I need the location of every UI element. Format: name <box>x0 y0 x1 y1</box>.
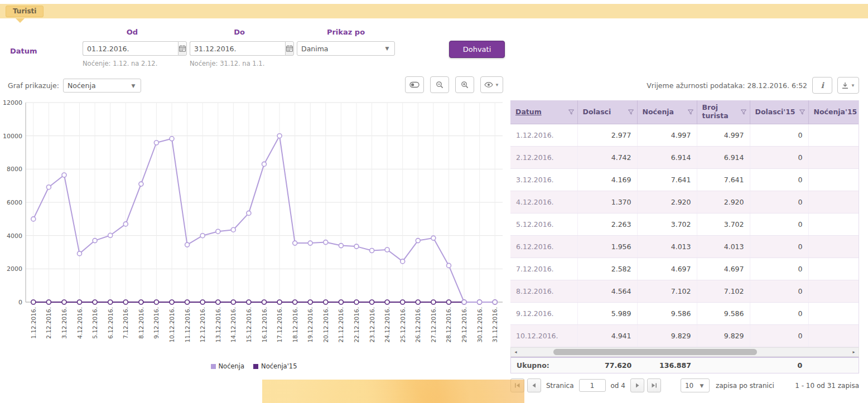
scroll-right-arrow-icon[interactable]: ▸ <box>849 348 859 356</box>
svg-text:22.12.2016.: 22.12.2016. <box>353 307 360 342</box>
table-row[interactable]: 3.12.2016.4.1697.6417.6410 <box>510 168 859 191</box>
info-button[interactable]: i <box>812 77 832 94</box>
table-row[interactable]: 6.12.2016.1.9564.0134.0130 <box>510 235 859 258</box>
svg-text:14.12.2016.: 14.12.2016. <box>230 307 237 342</box>
svg-text:12000: 12000 <box>3 99 22 106</box>
value-cell: 1.370 <box>577 191 637 213</box>
page-number-input[interactable] <box>579 379 606 392</box>
filter-icon[interactable] <box>740 109 747 115</box>
date-from-block: Od Noćenje: 1.12. na 2.12. <box>83 28 182 67</box>
display-by-select[interactable]: Danima ▼ <box>297 41 395 56</box>
records-range-label: 1 - 10 od 31 zapisa <box>795 382 859 390</box>
svg-text:13.12.2016.: 13.12.2016. <box>215 307 221 342</box>
chart-toggle-button[interactable] <box>405 76 424 93</box>
value-cell: 0 <box>750 124 808 146</box>
export-button[interactable]: ▼ <box>837 77 859 94</box>
value-cell <box>808 124 859 146</box>
horizontal-scrollbar[interactable]: ◂ ▸ <box>510 347 859 357</box>
zoom-out-icon <box>436 81 443 89</box>
svg-text:23.12.2016.: 23.12.2016. <box>369 307 375 342</box>
column-header-broj-turista[interactable]: Broj turista <box>697 100 750 124</box>
data-freshness-row: Vrijeme ažurnosti podataka: 28.12.2016. … <box>580 77 859 94</box>
legend-label: Noćenja'15 <box>261 362 297 370</box>
calendar-icon <box>286 45 293 52</box>
value-cell: 9.586 <box>697 302 750 324</box>
dohvati-button[interactable]: Dohvati <box>449 41 505 58</box>
toggle-icon <box>409 81 419 88</box>
svg-text:3.12.2016.: 3.12.2016. <box>61 307 67 339</box>
column-header-dolasci-15[interactable]: Dolasci'15 <box>750 100 808 124</box>
date-from-calendar-button[interactable] <box>178 41 187 56</box>
value-cell: 9.829 <box>637 324 697 347</box>
per-page-label: zapisa po stranici <box>716 382 774 390</box>
column-header-no-enja[interactable]: Noćenja <box>637 100 697 124</box>
table-row[interactable]: 1.12.2016.2.9774.9974.9970 <box>510 124 859 146</box>
totals-row: Ukupno:77.620136.8870 <box>510 357 859 373</box>
tourism-dashboard: Turisti Datum Od Noćenje: 1.12. na 2.12.… <box>0 0 868 403</box>
svg-text:25.12.2016.: 25.12.2016. <box>399 307 406 342</box>
svg-text:11.12.2016.: 11.12.2016. <box>184 307 191 342</box>
chart-visibility-button[interactable]: ▼ <box>480 76 503 93</box>
zoom-out-button[interactable] <box>430 76 449 93</box>
page-count-label: od 4 <box>611 382 625 390</box>
next-page-button[interactable] <box>630 378 644 392</box>
table-row[interactable]: 10.12.2016.4.9419.8299.8290 <box>510 324 859 347</box>
value-cell: 4.564 <box>577 280 637 302</box>
svg-text:1.12.2016.: 1.12.2016. <box>30 307 37 339</box>
scrollbar-track[interactable] <box>520 348 849 356</box>
svg-text:31.12.2016.: 31.12.2016. <box>491 307 498 342</box>
zoom-in-button[interactable] <box>455 76 474 93</box>
chart-legend: NoćenjaNoćenja'15 <box>0 362 508 370</box>
first-page-button[interactable] <box>510 378 524 392</box>
svg-text:5.12.2016.: 5.12.2016. <box>91 307 98 339</box>
download-icon <box>841 82 849 89</box>
filter-icon[interactable] <box>799 109 806 115</box>
page-size-select[interactable]: 10 ▼ <box>681 378 710 392</box>
chevron-down-icon: ▼ <box>495 82 499 88</box>
date-from-header: Od <box>83 28 182 36</box>
last-page-button[interactable] <box>647 378 661 392</box>
date-cell: 10.12.2016. <box>510 324 577 347</box>
table-row[interactable]: 4.12.2016.1.3702.9202.9200 <box>510 191 859 213</box>
table-row[interactable]: 2.12.2016.4.7426.9146.9140 <box>510 146 859 168</box>
table-row[interactable]: 9.12.2016.5.9899.5869.5860 <box>510 302 859 324</box>
date-cell: 1.12.2016. <box>510 124 577 146</box>
value-cell: 7.641 <box>637 168 697 191</box>
chevron-down-icon: ▼ <box>851 83 855 88</box>
filter-icon[interactable] <box>568 109 575 115</box>
prev-page-button[interactable] <box>527 378 541 392</box>
value-cell: 0 <box>750 168 808 191</box>
graph-metric-select[interactable]: Noćenja ▼ <box>63 79 141 93</box>
table-row[interactable]: 7.12.2016.2.5824.6974.6970 <box>510 258 859 280</box>
zoom-in-icon <box>461 81 469 89</box>
value-cell: 2.920 <box>637 191 697 213</box>
date-from-input[interactable] <box>83 41 178 56</box>
scroll-left-arrow-icon[interactable]: ◂ <box>511 348 520 356</box>
svg-text:28.12.2016.: 28.12.2016. <box>445 307 452 342</box>
legend-item[interactable]: Noćenja <box>211 362 245 370</box>
date-cell: 9.12.2016. <box>510 302 577 324</box>
grid-scroll-container[interactable]: DatumDolasciNoćenjaBroj turistaDolasci'1… <box>510 100 859 347</box>
date-to-input[interactable] <box>190 41 285 56</box>
legend-item[interactable]: Noćenja'15 <box>253 362 297 370</box>
date-cell: 6.12.2016. <box>510 235 577 258</box>
table-row[interactable]: 5.12.2016.2.2633.7023.7020 <box>510 213 859 235</box>
column-header-dolasci[interactable]: Dolasci <box>577 100 637 124</box>
totals-value: 136.887 <box>637 361 697 370</box>
date-to-calendar-button[interactable] <box>285 41 294 56</box>
value-cell: 4.997 <box>697 124 750 146</box>
value-cell <box>808 235 859 258</box>
value-cell: 9.586 <box>637 302 697 324</box>
datum-label: Datum <box>10 47 37 55</box>
line-chart[interactable]: 0200040006000800010000120001.12.2016.2.1… <box>2 96 507 361</box>
value-cell: 2.920 <box>697 191 750 213</box>
tab-turisti[interactable]: Turisti <box>6 6 44 17</box>
table-row[interactable]: 8.12.2016.4.5647.1027.1020 <box>510 280 859 302</box>
value-cell: 0 <box>750 213 808 235</box>
column-header-datum[interactable]: Datum <box>510 100 577 124</box>
value-cell: 2.263 <box>577 213 637 235</box>
filter-icon[interactable] <box>628 109 634 115</box>
scrollbar-thumb[interactable] <box>553 349 757 355</box>
filter-icon[interactable] <box>687 109 694 115</box>
column-header-no-enja-15[interactable]: Noćenja'15 <box>808 100 859 124</box>
